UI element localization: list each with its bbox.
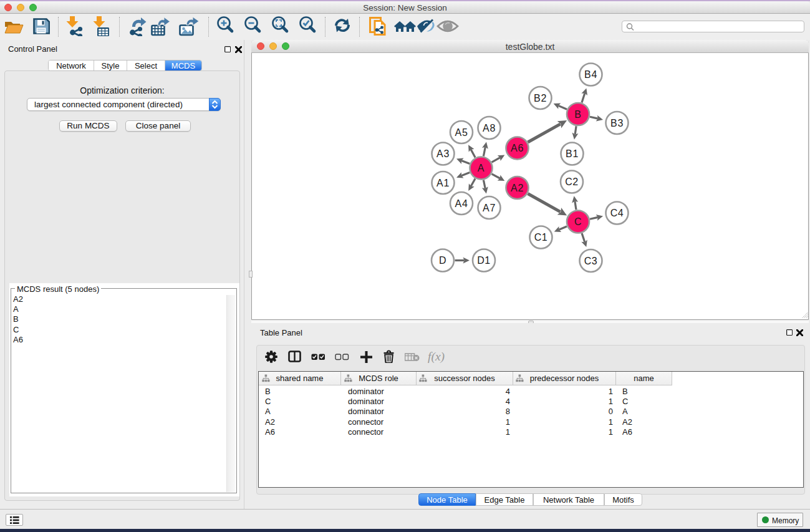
svg-text:A7: A7 bbox=[483, 203, 496, 213]
svg-text:C3: C3 bbox=[584, 256, 598, 266]
svg-text:A1: A1 bbox=[436, 178, 450, 188]
svg-text:C: C bbox=[574, 216, 582, 227]
svg-text:A6: A6 bbox=[511, 143, 524, 153]
svg-text:B3: B3 bbox=[610, 118, 624, 128]
svg-text:C1: C1 bbox=[534, 232, 548, 243]
svg-text:D: D bbox=[439, 255, 446, 266]
svg-text:B: B bbox=[574, 109, 581, 120]
svg-text:A: A bbox=[478, 163, 485, 173]
svg-text:A4: A4 bbox=[455, 198, 468, 209]
svg-text:B4: B4 bbox=[584, 69, 597, 80]
svg-text:A5: A5 bbox=[455, 127, 468, 138]
svg-text:C4: C4 bbox=[610, 208, 624, 218]
svg-text:A8: A8 bbox=[483, 123, 496, 133]
svg-text:D1: D1 bbox=[477, 255, 491, 266]
svg-text:B2: B2 bbox=[534, 93, 547, 104]
svg-text:C2: C2 bbox=[565, 177, 579, 187]
svg-text:A3: A3 bbox=[436, 148, 450, 159]
svg-text:A2: A2 bbox=[511, 183, 524, 193]
svg-text:B1: B1 bbox=[566, 148, 579, 159]
